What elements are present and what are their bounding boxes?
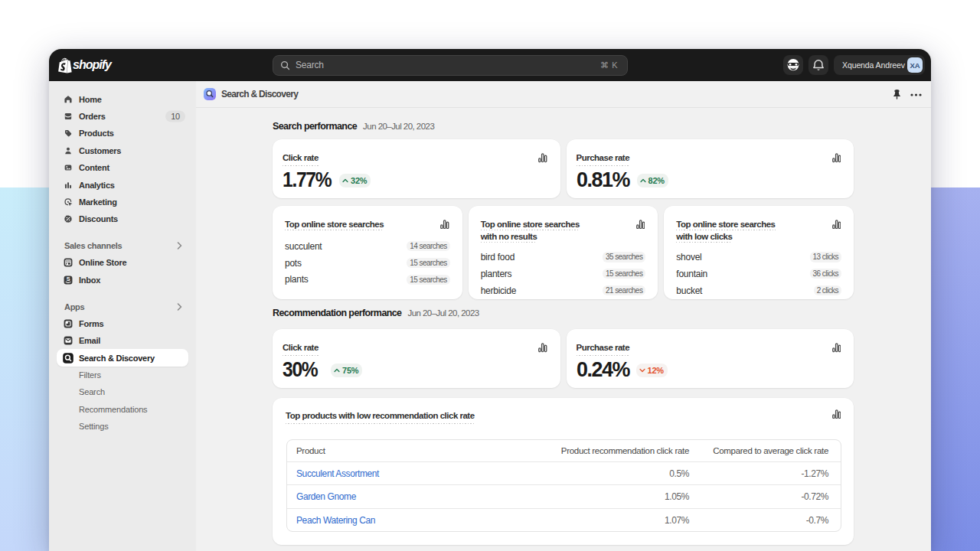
svg-text:S: S bbox=[67, 276, 70, 282]
